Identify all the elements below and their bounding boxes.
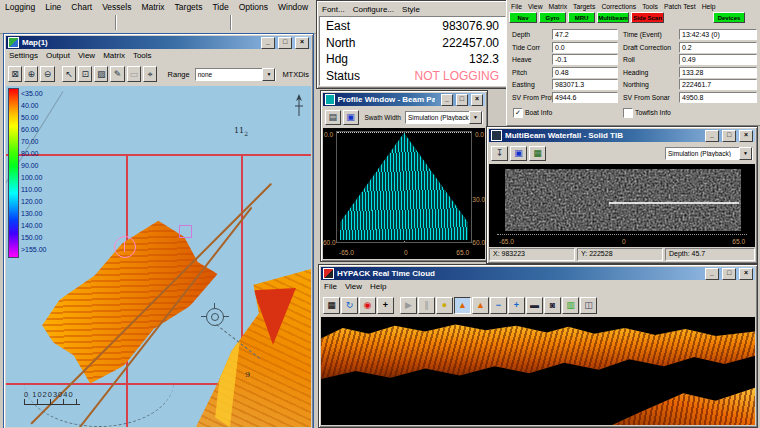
tab-nav[interactable]: Nav: [509, 12, 537, 23]
erase-icon[interactable]: ▭: [127, 66, 141, 82]
chevron-down-icon[interactable]: ▼: [262, 68, 275, 81]
print-icon[interactable]: ▤: [325, 110, 341, 125]
range-dropdown[interactable]: none ▼: [195, 68, 277, 81]
menu-tide[interactable]: Tide: [212, 2, 228, 12]
pause-icon[interactable]: ∥: [418, 297, 435, 314]
pitch-field[interactable]: 0.48: [552, 67, 618, 78]
menu-chart[interactable]: Chart: [71, 2, 92, 12]
map-menu-view[interactable]: View: [78, 51, 95, 60]
map-titlebar[interactable]: Map(1) _ □ ×: [6, 36, 311, 49]
camera-icon[interactable]: ◙: [544, 297, 561, 314]
dd-menu-configure[interactable]: Configure...: [353, 5, 394, 14]
dev-menu-help[interactable]: Help: [702, 3, 716, 10]
heave-field[interactable]: -0.1: [552, 54, 618, 65]
maximize-icon[interactable]: □: [722, 130, 736, 142]
menu-targets[interactable]: Targets: [175, 2, 203, 12]
draft-corr-field[interactable]: 0.2: [679, 42, 757, 53]
grid-icon[interactable]: ▦: [529, 146, 546, 161]
tab-multibeam[interactable]: Multibeam: [597, 12, 629, 23]
matrix-fill-icon[interactable]: ▨: [94, 66, 108, 82]
dev-menu-corrections[interactable]: Corrections: [601, 3, 636, 10]
menu-vessels[interactable]: Vessels: [102, 2, 131, 12]
minimize-icon[interactable]: _: [705, 130, 719, 142]
tide-corr-field[interactable]: 0.0: [552, 42, 618, 53]
exit-icon[interactable]: ◫: [580, 297, 597, 314]
tab-gyro[interactable]: Gyro: [539, 12, 566, 23]
minimize-icon[interactable]: _: [441, 94, 453, 106]
dev-menu-file[interactable]: File: [511, 3, 522, 10]
pencil-icon[interactable]: ✎: [110, 66, 124, 82]
cloud-menu-file[interactable]: File: [324, 282, 337, 291]
map-menu-matrix[interactable]: Matrix: [103, 51, 125, 60]
sv-profile-field[interactable]: 4944.6: [552, 92, 618, 103]
map-canvas[interactable]: <35.00 40.00 50.00 60.00 70.00 80.00 90.…: [6, 86, 311, 427]
zoom-in-icon[interactable]: +: [508, 297, 525, 314]
dd-menu-style[interactable]: Style: [402, 5, 420, 14]
close-icon[interactable]: ×: [739, 130, 753, 142]
maximize-icon[interactable]: □: [722, 268, 736, 280]
cloud-titlebar[interactable]: HYPACK Real Time Cloud _ □ ×: [321, 267, 755, 280]
menu-matrix[interactable]: Matrix: [141, 2, 164, 12]
dev-menu-tools[interactable]: Tools: [642, 3, 658, 10]
menu-window[interactable]: Window: [278, 2, 308, 12]
menu-line[interactable]: Line: [45, 2, 61, 12]
tiles-icon[interactable]: ▦: [323, 297, 340, 314]
profile-mode-dropdown[interactable]: Simulation (Playback) ▼: [405, 111, 483, 124]
tab-mru[interactable]: MRU: [568, 12, 595, 23]
tab-side-scan[interactable]: Side Scan: [631, 12, 664, 23]
colors-icon[interactable]: ▥: [562, 297, 579, 314]
boat-info-checkbox[interactable]: ✓: [513, 108, 523, 118]
easting-field[interactable]: 983071.3: [552, 79, 618, 90]
pointer-icon[interactable]: ↖: [62, 66, 76, 82]
play-icon[interactable]: ▶: [400, 297, 417, 314]
towfish-info-checkbox[interactable]: [623, 108, 633, 118]
waterfall-titlebar[interactable]: MultiBeam Waterfall - Solid TIB _ □ ×: [489, 129, 755, 142]
select-target-icon[interactable]: ⌖: [143, 66, 157, 82]
map-menu-settings[interactable]: Settings: [9, 51, 38, 60]
roll-field[interactable]: 0.49: [679, 54, 757, 65]
map-menu-output[interactable]: Output: [46, 51, 70, 60]
close-icon[interactable]: ×: [295, 37, 309, 49]
maximize-icon[interactable]: □: [456, 94, 468, 106]
crosshair-icon[interactable]: +: [377, 297, 394, 314]
chevron-down-icon[interactable]: ▼: [469, 111, 482, 124]
dev-menu-view[interactable]: View: [528, 3, 543, 10]
sv-sonar-field[interactable]: 4950.8: [679, 92, 757, 103]
zoom-extents-icon[interactable]: ⊠: [8, 66, 22, 82]
profile-titlebar[interactable]: Profile Window - Beam Pattern _ □ ×: [323, 93, 485, 106]
target-circle-symbol[interactable]: [114, 236, 136, 258]
zoom-in-icon[interactable]: ⊕: [24, 66, 38, 82]
palette-icon[interactable]: ●: [436, 297, 453, 314]
minimize-icon[interactable]: _: [261, 37, 275, 49]
download-icon[interactable]: ↧: [491, 146, 508, 161]
zoom-window-icon[interactable]: ⊡: [78, 66, 92, 82]
display-icon[interactable]: ▬: [526, 297, 543, 314]
heading-field[interactable]: 133.28: [679, 67, 757, 78]
chevron-down-icon[interactable]: ▼: [739, 147, 752, 160]
cloud-menu-view[interactable]: View: [345, 282, 362, 291]
waterfall-mode-dropdown[interactable]: Simulation (Playback) ▼: [665, 147, 753, 160]
settings-icon[interactable]: ▣: [343, 110, 359, 125]
terrain-flat-icon[interactable]: ▲: [472, 297, 489, 314]
close-icon[interactable]: ×: [739, 268, 753, 280]
map-menu-tools[interactable]: Tools: [133, 51, 152, 60]
refresh-icon[interactable]: ↻: [341, 297, 358, 314]
palette-icon[interactable]: ▣: [510, 146, 527, 161]
dev-menu-targets[interactable]: Targets: [573, 3, 595, 10]
minimize-icon[interactable]: _: [705, 268, 719, 280]
zoom-out-icon[interactable]: −: [490, 297, 507, 314]
close-icon[interactable]: ×: [471, 94, 483, 106]
menu-logging[interactable]: Logging: [5, 2, 35, 12]
menu-options[interactable]: Options: [239, 2, 268, 12]
tab-devices[interactable]: Devices: [713, 12, 745, 23]
dev-menu-patch-test[interactable]: Patch Test: [664, 3, 696, 10]
terrain-view-icon[interactable]: ▲: [454, 297, 471, 314]
record-icon[interactable]: ◉: [359, 297, 376, 314]
northing-field[interactable]: 222461.7: [679, 79, 757, 90]
dev-menu-matrix[interactable]: Matrix: [549, 3, 568, 10]
maximize-icon[interactable]: □: [278, 37, 292, 49]
zoom-out-icon[interactable]: ⊖: [40, 66, 54, 82]
cloud-menu-help[interactable]: Help: [370, 282, 386, 291]
time-event-field[interactable]: 13:42:43 (0): [679, 29, 757, 40]
dd-menu-font[interactable]: Font...: [322, 5, 345, 14]
